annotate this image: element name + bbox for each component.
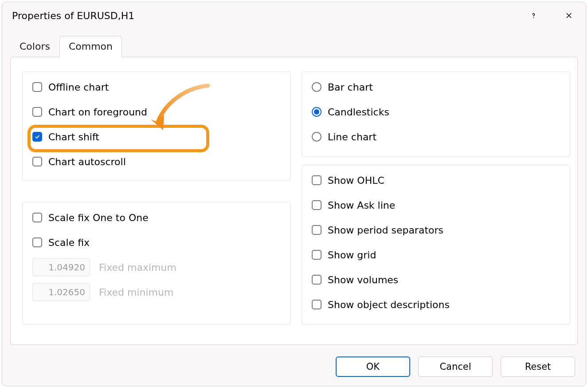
help-icon [529, 12, 537, 20]
checkbox-chart-on-foreground[interactable] [32, 107, 42, 117]
label-offline-chart: Offline chart [48, 82, 109, 93]
label-show-object-descriptions: Show object descriptions [328, 299, 450, 310]
checkbox-show-volumes[interactable] [312, 275, 321, 285]
checkbox-row-offline-chart[interactable]: Offline chart [23, 75, 290, 99]
group-chart-behavior: Offline chart Chart on foreground Chart … [22, 71, 291, 181]
label-show-grid: Show grid [328, 249, 376, 261]
close-icon [565, 12, 573, 20]
checkbox-row-chart-on-foreground[interactable]: Chart on foreground [23, 99, 290, 124]
checkbox-row-scale-fix[interactable]: Scale fix [23, 230, 290, 255]
checkbox-row-show-volumes[interactable]: Show volumes [302, 267, 570, 292]
label-show-period-separators: Show period separators [328, 225, 443, 236]
label-chart-shift: Chart shift [48, 131, 99, 143]
help-button[interactable] [526, 8, 541, 23]
dialog-title: Properties of EURUSD,H1 [12, 10, 134, 21]
label-bar-chart: Bar chart [328, 82, 373, 93]
ok-button[interactable]: OK [336, 356, 410, 377]
fixed-maximum-label: Fixed maximum [99, 262, 176, 273]
fixed-maximum-row: Fixed maximum [32, 255, 290, 280]
checkbox-row-chart-autoscroll[interactable]: Chart autoscroll [23, 149, 290, 174]
fixed-minimum-row: Fixed minimum [32, 280, 290, 305]
checkbox-row-show-ohlc[interactable]: Show OHLC [302, 168, 570, 193]
checkbox-scale-fix-one-to-one[interactable] [32, 213, 42, 222]
fixed-minimum-label: Fixed minimum [99, 287, 173, 298]
titlebar: Properties of EURUSD,H1 [2, 2, 586, 29]
checkbox-row-show-grid[interactable]: Show grid [302, 242, 570, 267]
close-button[interactable] [562, 8, 576, 23]
fixed-minimum-input[interactable] [32, 283, 90, 301]
tab-common[interactable]: Common [59, 36, 122, 57]
reset-button[interactable]: Reset [501, 356, 575, 377]
checkbox-row-show-ask-line[interactable]: Show Ask line [302, 193, 570, 218]
checkbox-row-chart-shift[interactable]: Chart shift [23, 124, 290, 149]
label-scale-fix-one-to-one: Scale fix One to One [48, 212, 149, 223]
tabs: Colors Common [2, 29, 586, 57]
scale-fix-fields: Fixed maximum Fixed minimum [23, 255, 290, 305]
checkbox-show-ask-line[interactable] [312, 200, 321, 210]
label-show-ask-line: Show Ask line [328, 200, 395, 211]
radio-row-line-chart[interactable]: Line chart [302, 124, 570, 149]
checkbox-row-scale-fix-one-to-one[interactable]: Scale fix One to One [23, 205, 290, 230]
label-chart-on-foreground: Chart on foreground [48, 107, 147, 118]
check-icon [34, 134, 40, 140]
radio-row-candlesticks[interactable]: Candlesticks [302, 99, 570, 124]
radio-row-bar-chart[interactable]: Bar chart [302, 75, 570, 99]
label-scale-fix: Scale fix [48, 237, 90, 248]
dialog-buttons: OK Cancel Reset [336, 356, 575, 377]
checkbox-scale-fix[interactable] [32, 238, 42, 247]
checkbox-show-period-separators[interactable] [312, 225, 321, 235]
radio-line-chart[interactable] [312, 132, 321, 142]
checkbox-row-show-period-separators[interactable]: Show period separators [302, 218, 570, 242]
checkbox-chart-shift[interactable] [32, 132, 42, 142]
tab-panel-common: Offline chart Chart on foreground Chart … [10, 57, 578, 345]
checkbox-offline-chart[interactable] [32, 82, 42, 92]
checkbox-row-show-object-descriptions[interactable]: Show object descriptions [302, 292, 570, 317]
label-show-ohlc: Show OHLC [328, 175, 384, 186]
label-chart-autoscroll: Chart autoscroll [48, 156, 126, 167]
group-scale: Scale fix One to One Scale fix Fixed max… [22, 202, 291, 325]
radio-candlesticks[interactable] [312, 107, 321, 117]
cancel-button[interactable]: Cancel [418, 356, 493, 377]
checkbox-show-ohlc[interactable] [312, 175, 321, 185]
group-chart-type: Bar chart Candlesticks Line chart [302, 71, 570, 157]
tab-colors[interactable]: Colors [10, 36, 59, 57]
label-show-volumes: Show volumes [328, 274, 398, 285]
radio-bar-chart[interactable] [312, 82, 321, 92]
label-line-chart: Line chart [328, 131, 376, 143]
label-candlesticks: Candlesticks [328, 107, 389, 118]
checkbox-chart-autoscroll[interactable] [32, 157, 42, 166]
fixed-maximum-input[interactable] [32, 258, 90, 276]
group-show-options: Show OHLC Show Ask line Show period sepa… [302, 165, 570, 325]
checkbox-show-grid[interactable] [312, 250, 321, 260]
svg-point-0 [533, 17, 534, 18]
properties-dialog: Properties of EURUSD,H1 Colors Common Of… [2, 2, 586, 386]
titlebar-buttons [526, 8, 576, 23]
checkbox-show-object-descriptions[interactable] [312, 300, 321, 309]
